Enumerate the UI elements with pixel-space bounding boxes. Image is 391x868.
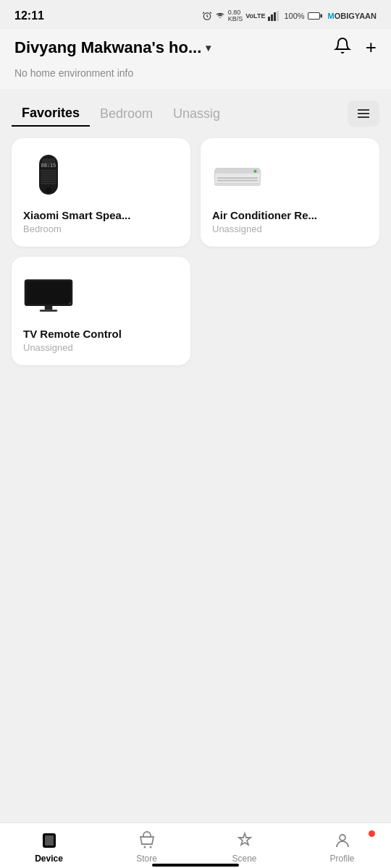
device-room-speaker: Bedroom: [23, 224, 62, 234]
svg-rect-6: [320, 14, 322, 18]
devices-grid: 08:15 Xiaomi Smart Spea... Bedroom: [0, 127, 391, 377]
scene-nav-icon: [235, 830, 255, 851]
tabs-more-button[interactable]: [348, 101, 379, 127]
bottom-nav: Device Store Scene: [0, 822, 391, 868]
status-icons: 0.80KB/S VoLTE 100% MOBIGYAAN: [202, 9, 377, 22]
device-name-speaker: Xiaomi Smart Spea...: [23, 209, 130, 221]
nav-item-scene[interactable]: Scene: [196, 830, 293, 864]
home-indicator: [152, 864, 239, 867]
ac-device-icon: [212, 161, 263, 193]
device-room-tv: Unassigned: [23, 342, 73, 353]
sub-header: No home environment info: [0, 64, 391, 89]
signal-icon: [268, 11, 281, 21]
svg-rect-24: [215, 171, 261, 173]
svg-rect-17: [41, 176, 56, 178]
tv-icon-wrap: [23, 270, 74, 320]
nav-item-device[interactable]: Device: [0, 830, 98, 864]
header-actions: +: [334, 36, 377, 59]
nav-label-device: Device: [35, 854, 63, 864]
wifi-icon: [215, 11, 225, 21]
svg-rect-1: [268, 17, 270, 21]
alarm-icon: [202, 11, 212, 21]
profile-nav-icon: [332, 830, 353, 851]
svg-rect-19: [41, 181, 56, 182]
device-card-tv[interactable]: TV Remote Control Unassigned: [12, 257, 190, 365]
svg-rect-33: [40, 310, 58, 312]
svg-rect-2: [271, 14, 273, 21]
svg-rect-36: [45, 835, 54, 846]
svg-rect-15: [41, 172, 56, 174]
svg-rect-20: [41, 183, 56, 184]
tab-favorites[interactable]: Favorites: [12, 101, 90, 127]
tab-unassigned[interactable]: Unassig: [163, 102, 230, 126]
svg-rect-4: [277, 11, 279, 21]
svg-rect-3: [274, 12, 276, 21]
status-bar: 12:11 0.80KB/S VoLTE 100% MOBIGYAAN: [0, 0, 391, 29]
svg-rect-14: [41, 170, 56, 171]
battery-level: 100%: [284, 12, 304, 20]
svg-point-39: [340, 835, 345, 841]
device-nav-icon: [39, 830, 59, 851]
svg-rect-16: [41, 174, 56, 176]
nav-item-profile[interactable]: Profile: [293, 830, 391, 864]
header: Divyang Makwana's ho... ▾ +: [0, 29, 391, 64]
svg-rect-32: [45, 305, 53, 309]
svg-rect-26: [217, 179, 258, 181]
tabs-container: Favorites Bedroom Unassig: [0, 89, 391, 127]
svg-text:08:15: 08:15: [41, 163, 56, 169]
svg-point-21: [46, 187, 51, 193]
device-room-ac: Unassigned: [212, 224, 262, 234]
env-info-text: No home environment info: [14, 67, 133, 79]
network-speed: 0.80KB/S: [228, 9, 243, 22]
tab-bedroom[interactable]: Bedroom: [90, 102, 163, 126]
ac-icon-wrap: [212, 151, 263, 202]
battery-icon: [308, 12, 322, 20]
hamburger-icon: [356, 108, 371, 119]
content-area: 08:15 Xiaomi Smart Spea... Bedroom: [0, 127, 391, 442]
dropdown-chevron-icon: ▾: [206, 42, 211, 54]
add-icon[interactable]: +: [366, 36, 377, 59]
svg-point-37: [143, 846, 146, 848]
nav-label-store: Store: [136, 854, 157, 864]
home-title-text: Divyang Makwana's ho...: [14, 38, 201, 57]
svg-rect-28: [215, 183, 261, 185]
store-nav-icon: [137, 830, 157, 851]
status-time: 12:11: [14, 9, 44, 22]
nav-label-scene: Scene: [232, 854, 256, 864]
svg-point-34: [69, 302, 72, 305]
tv-device-icon: [23, 276, 74, 315]
device-name-ac: Air Conditioner Re...: [212, 209, 317, 221]
svg-rect-25: [217, 177, 258, 179]
watermark: MOBIGYAAN: [328, 12, 377, 20]
home-title[interactable]: Divyang Makwana's ho... ▾: [14, 38, 211, 57]
nav-item-store[interactable]: Store: [98, 830, 196, 864]
device-name-tv: TV Remote Control: [23, 328, 122, 340]
svg-point-27: [253, 169, 256, 172]
device-card-ac[interactable]: Air Conditioner Re... Unassigned: [201, 138, 379, 247]
svg-point-38: [149, 846, 151, 848]
speaker-icon-wrap: 08:15: [23, 151, 74, 202]
device-card-speaker[interactable]: 08:15 Xiaomi Smart Spea... Bedroom: [12, 138, 190, 247]
speaker-device-icon: 08:15: [30, 151, 67, 202]
svg-rect-31: [27, 281, 70, 303]
profile-badge: [369, 830, 375, 837]
nav-label-profile: Profile: [329, 854, 354, 864]
volte-icon: VoLTE: [245, 12, 265, 20]
svg-rect-7: [308, 13, 319, 19]
notification-icon[interactable]: [334, 37, 351, 59]
svg-rect-18: [41, 179, 56, 180]
